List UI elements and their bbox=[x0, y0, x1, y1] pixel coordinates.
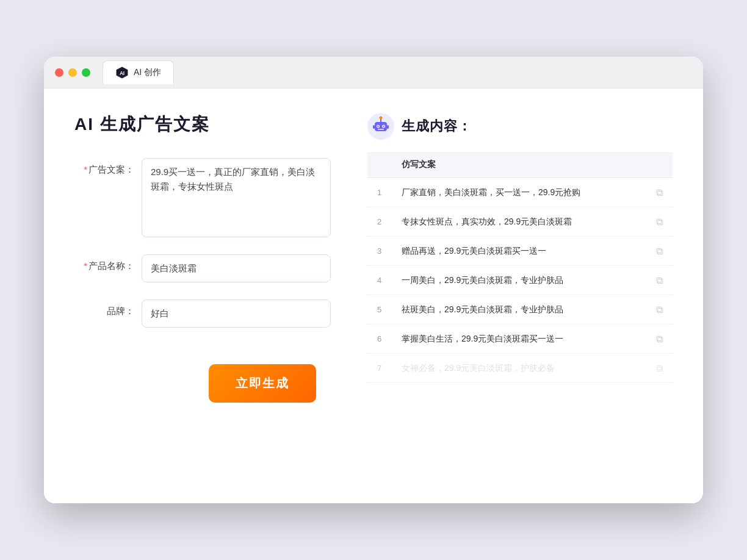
right-panel: 生成内容： 仿写文案 1 厂家直销，美白淡斑霜，买一送一，29.9元抢购 ⧉ bbox=[367, 113, 673, 403]
form-group-ad-copy: *广告文案： 29.9买一送一，真正的厂家直销，美白淡斑霜，专抹女性斑点 bbox=[74, 158, 331, 237]
ad-copy-textarea[interactable]: 29.9买一送一，真正的厂家直销，美白淡斑霜，专抹女性斑点 bbox=[142, 158, 331, 237]
tab-label: AI 创作 bbox=[134, 67, 161, 78]
ad-copy-label: *广告文案： bbox=[74, 158, 142, 176]
result-title: 生成内容： bbox=[402, 117, 472, 135]
result-table: 仿写文案 1 厂家直销，美白淡斑霜，买一送一，29.9元抢购 ⧉ 2 专抹女性斑… bbox=[367, 152, 673, 383]
copy-icon[interactable]: ⧉ bbox=[656, 304, 663, 315]
brand-input[interactable]: 好白 bbox=[142, 300, 331, 328]
robot-icon bbox=[367, 113, 394, 140]
required-mark-1: * bbox=[84, 164, 87, 174]
maximize-button[interactable] bbox=[82, 68, 90, 77]
generate-button[interactable]: 立即生成 bbox=[209, 364, 316, 403]
titlebar: AI AI 创作 bbox=[44, 57, 703, 88]
required-mark-2: * bbox=[84, 260, 87, 271]
copy-icon[interactable]: ⧉ bbox=[656, 363, 663, 373]
table-header-actions bbox=[646, 152, 673, 178]
table-row: 4 一周美白，29.9元美白淡斑霜，专业护肤品 ⧉ bbox=[367, 266, 673, 295]
row-text: 祛斑美白，29.9元美白淡斑霜，专业护肤品 bbox=[392, 295, 646, 325]
form-group-brand: 品牌： 好白 bbox=[74, 300, 331, 328]
copy-icon-cell: ⧉ bbox=[646, 325, 673, 354]
copy-icon[interactable]: ⧉ bbox=[656, 334, 663, 344]
row-number: 7 bbox=[367, 354, 392, 383]
tab-area: AI AI 创作 bbox=[103, 60, 174, 84]
browser-content: AI 生成广告文案 *广告文案： 29.9买一送一，真正的厂家直销，美白淡斑霜，… bbox=[44, 88, 703, 503]
product-name-label: *产品名称： bbox=[74, 254, 142, 272]
form-group-product-name: *产品名称： 美白淡斑霜 bbox=[74, 254, 331, 282]
result-header: 生成内容： bbox=[367, 113, 673, 140]
table-header-content: 仿写文案 bbox=[392, 152, 646, 178]
copy-icon-cell: ⧉ bbox=[646, 178, 673, 207]
close-button[interactable] bbox=[55, 68, 63, 77]
table-row: 5 祛斑美白，29.9元美白淡斑霜，专业护肤品 ⧉ bbox=[367, 295, 673, 325]
copy-icon[interactable]: ⧉ bbox=[656, 246, 663, 256]
copy-icon[interactable]: ⧉ bbox=[656, 275, 663, 285]
ai-tab-icon: AI bbox=[115, 66, 129, 79]
row-text: 专抹女性斑点，真实功效，29.9元美白淡斑霜 bbox=[392, 207, 646, 237]
minimize-button[interactable] bbox=[68, 68, 77, 77]
table-header-row: 仿写文案 bbox=[367, 152, 673, 178]
svg-rect-12 bbox=[387, 125, 389, 129]
row-text: 女神必备，29.9元美白淡斑霜，护肤必备 bbox=[392, 354, 646, 383]
row-number: 2 bbox=[367, 207, 392, 237]
table-row: 7 女神必备，29.9元美白淡斑霜，护肤必备 ⧉ bbox=[367, 354, 673, 383]
svg-point-7 bbox=[383, 126, 384, 127]
svg-rect-11 bbox=[373, 125, 375, 129]
copy-icon-cell: ⧉ bbox=[646, 295, 673, 325]
brand-label: 品牌： bbox=[74, 300, 142, 317]
left-panel: AI 生成广告文案 *广告文案： 29.9买一送一，真正的厂家直销，美白淡斑霜，… bbox=[74, 113, 331, 403]
copy-icon-cell: ⧉ bbox=[646, 207, 673, 237]
copy-icon[interactable]: ⧉ bbox=[656, 187, 663, 198]
copy-icon-cell: ⧉ bbox=[646, 237, 673, 266]
row-number: 6 bbox=[367, 325, 392, 354]
svg-point-9 bbox=[380, 117, 383, 120]
row-text: 厂家直销，美白淡斑霜，买一送一，29.9元抢购 bbox=[392, 178, 646, 207]
row-text: 一周美白，29.9元美白淡斑霜，专业护肤品 bbox=[392, 266, 646, 295]
tab-ai-creation[interactable]: AI AI 创作 bbox=[103, 60, 174, 84]
row-text: 赠品再送，29.9元美白淡斑霜买一送一 bbox=[392, 237, 646, 266]
row-number: 5 bbox=[367, 295, 392, 325]
svg-text:AI: AI bbox=[120, 71, 125, 76]
row-number: 4 bbox=[367, 266, 392, 295]
table-row: 2 专抹女性斑点，真实功效，29.9元美白淡斑霜 ⧉ bbox=[367, 207, 673, 237]
copy-icon[interactable]: ⧉ bbox=[656, 217, 663, 227]
product-name-input[interactable]: 美白淡斑霜 bbox=[142, 254, 331, 282]
browser-window: AI AI 创作 AI 生成广告文案 *广告文案： 29.9买一送一，真正的厂家… bbox=[44, 57, 703, 503]
row-number: 1 bbox=[367, 178, 392, 207]
copy-icon-cell: ⧉ bbox=[646, 354, 673, 383]
traffic-lights bbox=[55, 68, 90, 77]
table-header-num bbox=[367, 152, 392, 178]
page-title: AI 生成广告文案 bbox=[74, 113, 331, 136]
table-row: 1 厂家直销，美白淡斑霜，买一送一，29.9元抢购 ⧉ bbox=[367, 178, 673, 207]
svg-rect-10 bbox=[378, 129, 384, 130]
row-text: 掌握美白生活，29.9元美白淡斑霜买一送一 bbox=[392, 325, 646, 354]
table-row: 6 掌握美白生活，29.9元美白淡斑霜买一送一 ⧉ bbox=[367, 325, 673, 354]
main-layout: AI 生成广告文案 *广告文案： 29.9买一送一，真正的厂家直销，美白淡斑霜，… bbox=[74, 113, 673, 403]
row-number: 3 bbox=[367, 237, 392, 266]
svg-point-6 bbox=[377, 126, 378, 127]
copy-icon-cell: ⧉ bbox=[646, 266, 673, 295]
table-row: 3 赠品再送，29.9元美白淡斑霜买一送一 ⧉ bbox=[367, 237, 673, 266]
